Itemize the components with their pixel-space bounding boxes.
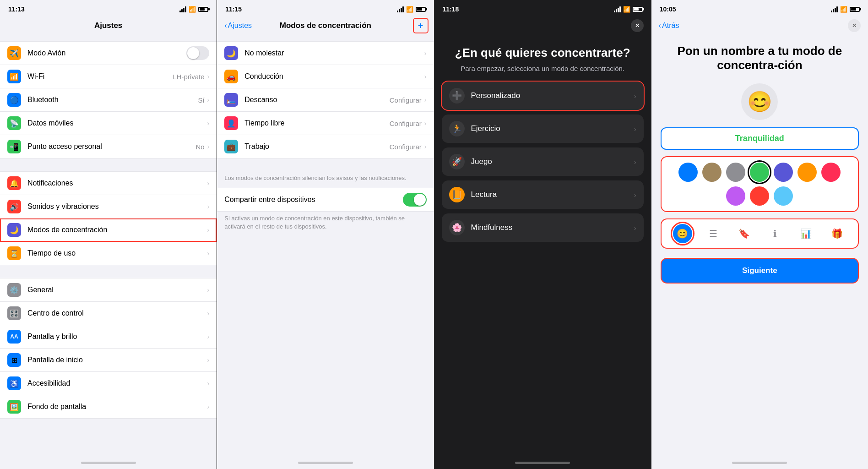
home-indicator-p1 xyxy=(0,458,217,469)
settings-item-accesibilidad[interactable]: ♿ Accesibilidad › xyxy=(0,372,217,395)
status-icons-p1: 📶 xyxy=(179,6,208,13)
signal-p1 xyxy=(179,6,186,12)
settings-section-notifications: 🔔 Notificaciones › 🔊 Sonidos y vibracion… xyxy=(0,171,217,265)
tiempo-libre-value: Configurar xyxy=(390,120,422,127)
color-teal[interactable] xyxy=(774,186,793,206)
home-indicator-p4 xyxy=(651,458,868,469)
settings-item-general[interactable]: ⚙️ General › xyxy=(0,278,217,302)
home-indicator-p2 xyxy=(217,458,434,469)
no-molestar-icon: 🌙 xyxy=(224,46,238,60)
question-title: ¿En qué quieres concentrarte? xyxy=(455,46,630,60)
compartir-section: Compartir entre dispositivos Si activas … xyxy=(217,188,434,236)
bluetooth-chevron: › xyxy=(207,96,210,104)
settings-item-sonidos[interactable]: 🔊 Sonidos y vibraciones › xyxy=(0,195,217,218)
name-input[interactable]: Tranquilidad xyxy=(661,127,859,150)
pantalla-inicio-chevron: › xyxy=(207,356,210,364)
settings-item-bluetooth[interactable]: 🔵 Bluetooth Sí › xyxy=(0,88,217,112)
color-brown[interactable] xyxy=(702,163,722,182)
descanso-value: Configurar xyxy=(390,96,422,104)
color-blue[interactable] xyxy=(678,163,698,182)
focus-option-juego[interactable]: 🚀 Juego › xyxy=(442,147,644,176)
compartir-toggle[interactable] xyxy=(403,193,427,207)
color-green[interactable] xyxy=(750,163,769,182)
close-button-p4[interactable]: ✕ xyxy=(848,19,861,32)
settings-list-p1: ✈️ Modo Avión 📶 Wi-Fi LH-private › 🔵 Blu… xyxy=(0,37,217,458)
emoji-circle[interactable]: 😊 xyxy=(741,83,778,120)
settings-item-tiempo-uso[interactable]: ⏳ Tiempo de uso › xyxy=(0,242,217,265)
settings-item-notificaciones[interactable]: 🔔 Notificaciones › xyxy=(0,171,217,195)
modo-avion-toggle[interactable] xyxy=(186,46,209,60)
nav-back-atras[interactable]: ‹ Atrás xyxy=(659,22,679,30)
time-p4: 10:05 xyxy=(660,5,676,13)
icon-picker-row: 😊 ☰ 🔖 ℹ 📊 🎁 xyxy=(667,224,852,243)
wifi-label: Wi-Fi xyxy=(27,72,173,81)
color-light-purple[interactable] xyxy=(726,186,745,206)
compartir-label: Compartir entre dispositivos xyxy=(224,196,402,204)
compartir-item[interactable]: Compartir entre dispositivos xyxy=(217,188,434,212)
tiempo-libre-label: Tiempo libre xyxy=(244,119,390,127)
status-icons-p2: 📶 xyxy=(397,6,426,13)
settings-item-pantalla-brillo[interactable]: AA Pantalla y brillo › xyxy=(0,325,217,349)
wifi-chevron: › xyxy=(207,73,210,80)
trabajo-label: Trabajo xyxy=(244,142,390,151)
descanso-label: Descanso xyxy=(244,96,390,104)
add-mode-button[interactable]: + xyxy=(413,18,429,33)
nav-back-ajustes[interactable]: ‹ Ajustes xyxy=(224,22,252,30)
punto-acceso-icon: 📲 xyxy=(7,140,21,153)
siguiente-label: Siguiente xyxy=(742,266,777,275)
icon-bookmark[interactable]: 🔖 xyxy=(735,224,754,243)
tiempo-libre-icon: 👤 xyxy=(224,116,238,130)
back-label: Ajustes xyxy=(228,22,252,30)
time-p3: 11:18 xyxy=(443,5,459,13)
settings-item-modo-avion[interactable]: ✈️ Modo Avión xyxy=(0,41,217,65)
punto-acceso-chevron: › xyxy=(207,143,210,150)
juego-chevron: › xyxy=(634,158,636,166)
modos-item-no-molestar[interactable]: 🌙 No molestar › xyxy=(217,41,434,65)
settings-item-datos[interactable]: 📡 Datos móviles › xyxy=(0,112,217,135)
centro-control-chevron: › xyxy=(207,310,210,317)
status-bar-p3: 11:18 📶 xyxy=(434,0,651,16)
modos-item-trabajo[interactable]: 💼 Trabajo Configurar › xyxy=(217,135,434,158)
ajustes-title: Ajustes xyxy=(94,21,122,30)
settings-item-modos-concentracion[interactable]: 🌙 Modos de concentración › xyxy=(0,218,217,242)
color-orange[interactable] xyxy=(797,163,817,182)
juego-icon: 🚀 xyxy=(449,154,465,169)
icon-emoji[interactable]: 😊 xyxy=(673,224,692,243)
icon-list[interactable]: ☰ xyxy=(704,224,723,243)
tiempo-uso-chevron: › xyxy=(207,250,210,257)
datos-chevron: › xyxy=(207,120,210,127)
color-gray[interactable] xyxy=(726,163,745,182)
color-purple[interactable] xyxy=(774,163,793,182)
notificaciones-label: Notificaciones xyxy=(27,179,207,187)
mindfulness-label: Mindfulness xyxy=(471,223,634,232)
name-title: Pon un nombre a tu modo de concentra-ció… xyxy=(661,44,859,72)
wifi-icon-p4: 📶 xyxy=(840,6,847,13)
icon-gift[interactable]: 🎁 xyxy=(827,224,846,243)
panel-ajustes: 11:13 📶 Ajustes ✈️ Modo Avión xyxy=(0,0,217,469)
settings-section-connectivity: ✈️ Modo Avión 📶 Wi-Fi LH-private › 🔵 Blu… xyxy=(0,41,217,158)
general-icon: ⚙️ xyxy=(7,283,21,297)
icon-info[interactable]: ℹ xyxy=(765,224,785,243)
focus-option-ejercicio[interactable]: 🏃 Ejercicio › xyxy=(442,115,644,143)
settings-item-punto-acceso[interactable]: 📲 Punto acceso personal No › xyxy=(0,135,217,158)
settings-item-pantalla-inicio[interactable]: ⊞ Pantalla de inicio › xyxy=(0,349,217,372)
siguiente-button[interactable]: Siguiente xyxy=(661,258,859,284)
modos-item-descanso[interactable]: 🛏️ Descanso Configurar › xyxy=(217,88,434,112)
color-grid-container xyxy=(661,156,859,212)
color-pink[interactable] xyxy=(821,163,841,182)
settings-item-fondo-pantalla[interactable]: 🖼️ Fondo de pantalla › xyxy=(0,395,217,419)
modos-item-tiempo-libre[interactable]: 👤 Tiempo libre Configurar › xyxy=(217,112,434,135)
focus-option-personalizado[interactable]: ➕ Personalizado › xyxy=(442,82,644,110)
settings-item-wifi[interactable]: 📶 Wi-Fi LH-private › xyxy=(0,65,217,88)
pantalla-brillo-icon: AA xyxy=(7,330,21,344)
back-chevron: ‹ xyxy=(224,22,227,30)
focus-option-mindfulness[interactable]: 🌸 Mindfulness › xyxy=(442,213,644,242)
datos-label: Datos móviles xyxy=(27,119,207,127)
close-button-p3[interactable]: ✕ xyxy=(631,19,644,32)
focus-option-lectura[interactable]: 📙 Lectura › xyxy=(442,180,644,209)
modos-concentracion-chevron: › xyxy=(207,226,210,234)
modos-item-conduccion[interactable]: 🚗 Conducción › xyxy=(217,65,434,88)
icon-chart[interactable]: 📊 xyxy=(797,224,816,243)
color-red[interactable] xyxy=(750,186,769,206)
settings-item-centro-control[interactable]: 🎛️ Centro de control › xyxy=(0,302,217,325)
